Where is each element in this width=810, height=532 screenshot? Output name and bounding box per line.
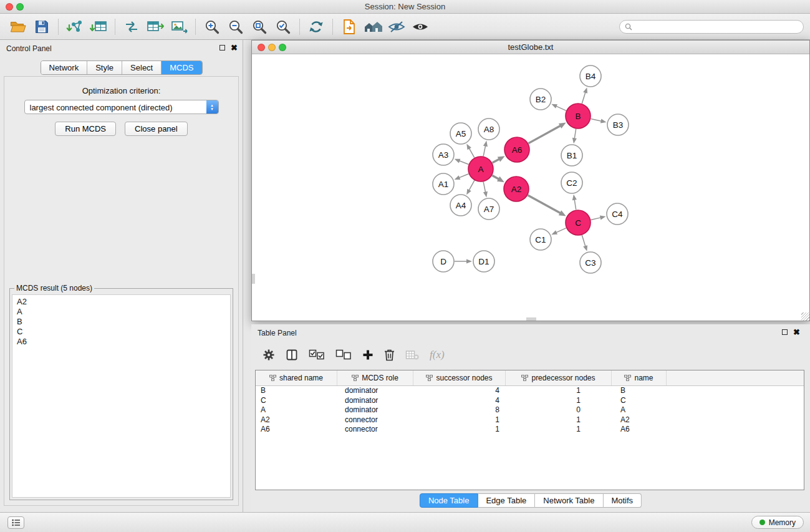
edge-A-A8[interactable] [483,145,486,156]
show-graphics-details-button[interactable] [408,16,432,37]
deselect-all-button[interactable] [335,349,352,360]
edge-A-A4[interactable] [469,180,475,191]
graph-node-A1[interactable]: A1 [433,173,454,195]
column-header-successor-nodes[interactable]: successor nodes [413,370,506,385]
select-all-button[interactable] [309,349,325,360]
column-header-name[interactable]: name [612,370,667,385]
edge-A-A3[interactable] [458,160,468,164]
graph-node-C3[interactable]: C3 [580,252,601,273]
resize-grip[interactable] [801,312,809,321]
close-panel-icon[interactable]: ✖ [231,44,238,51]
refresh-layout-button[interactable] [304,16,328,37]
export-network-button[interactable] [120,16,143,37]
close-panel-button[interactable]: Close panel [125,122,188,136]
result-item[interactable]: B [17,317,226,327]
column-header-predecessor-nodes[interactable]: predecessor nodes [506,370,612,385]
table-row[interactable]: A6connector11A6 [256,425,804,435]
run-mcds-button[interactable]: Run MCDS [55,122,116,136]
result-item[interactable]: A2 [17,297,226,307]
graph-node-B1[interactable]: B1 [561,145,582,166]
graph-node-B3[interactable]: B3 [607,114,629,135]
open-session-button[interactable] [6,16,30,37]
criterion-dropdown[interactable]: largest connected component (directed) ▲… [24,100,219,114]
zoom-in-button[interactable] [200,16,224,37]
tab-motifs[interactable]: Motifs [603,493,642,508]
edge-C-C1[interactable] [556,228,566,233]
result-item[interactable]: A6 [17,337,226,347]
network-graph[interactable]: B4B2BB3A5A8A6A3B1AC2A1A2A4A7C4CC1DD1C3 [252,54,809,321]
float-table-panel-icon[interactable] [782,329,788,335]
result-item[interactable]: C [17,327,226,337]
save-session-button[interactable] [30,16,54,37]
add-column-button[interactable] [362,349,374,360]
tab-network[interactable]: Network [41,61,87,74]
zoom-out-button[interactable] [224,16,248,37]
close-window-button[interactable] [6,3,13,11]
float-panel-icon[interactable] [219,45,225,51]
network-close-button[interactable] [258,44,265,51]
import-file-button[interactable] [337,16,361,37]
graph-node-A7[interactable]: A7 [478,198,499,220]
tab-mcds[interactable]: MCDS [162,61,201,74]
column-layout-button[interactable] [286,349,298,361]
function-builder-button[interactable]: f(x) [430,349,445,361]
close-table-panel-icon[interactable]: ✖ [793,329,800,336]
import-table-button[interactable] [87,16,110,37]
graph-node-A6[interactable]: A6 [504,137,529,162]
edge-A2-C[interactable] [528,195,561,213]
graph-node-D[interactable]: D [433,251,454,272]
table-row[interactable]: Bdominator41B [256,386,804,396]
edge-A-A6[interactable] [493,159,500,163]
edge-A6-B[interactable] [528,125,561,143]
export-image-button[interactable] [167,16,191,37]
export-table-button[interactable] [143,16,167,37]
edge-B-B1[interactable] [574,129,576,140]
status-list-button[interactable] [7,516,24,529]
edge-B-B2[interactable] [556,106,566,111]
network-minimize-button[interactable] [268,44,276,51]
hide-graphics-details-button[interactable] [385,16,408,37]
graph-node-A2[interactable]: A2 [504,177,529,201]
tab-style[interactable]: Style [87,61,122,74]
graph-node-B4[interactable]: B4 [580,65,601,87]
graph-node-C4[interactable]: C4 [607,203,628,225]
edge-A-A2[interactable] [492,175,499,180]
graph-node-A3[interactable]: A3 [433,144,454,165]
graph-node-C2[interactable]: C2 [561,172,582,193]
graph-node-C[interactable]: C [566,210,591,235]
tab-edge-table[interactable]: Edge Table [478,493,535,508]
graph-node-A4[interactable]: A4 [450,195,471,216]
edge-A-A7[interactable] [483,182,486,193]
zoom-selected-button[interactable] [271,16,295,37]
graph-node-B2[interactable]: B2 [530,89,551,110]
edge-A-A1[interactable] [458,174,468,178]
network-overview-button[interactable] [361,16,385,37]
search-field[interactable] [619,20,804,34]
graph-node-A[interactable]: A [468,157,493,181]
graph-node-A5[interactable]: A5 [450,123,471,144]
vertical-scroll-hint[interactable] [252,274,255,284]
graph-node-C1[interactable]: C1 [530,229,551,250]
table-settings-button[interactable] [263,349,275,361]
table-row[interactable]: Cdominator41C [256,396,804,406]
delete-table-button[interactable] [405,349,419,360]
network-canvas[interactable]: B4B2BB3A5A8A6A3B1AC2A1A2A4A7C4CC1DD1C3 [252,54,809,321]
table-row[interactable]: A2connector11A2 [256,415,804,425]
table-row[interactable]: Adominator80A [256,405,804,415]
horizontal-scroll-hint[interactable] [526,317,536,321]
edge-C-C2[interactable] [574,199,576,210]
search-input[interactable] [635,22,803,31]
result-item[interactable]: A [17,307,226,317]
edge-B-B3[interactable] [591,118,602,121]
zoom-fit-button[interactable] [248,16,271,37]
edge-C-C3[interactable] [582,235,586,247]
tab-network-table[interactable]: Network Table [535,493,603,508]
network-zoom-button[interactable] [279,44,286,51]
tab-select[interactable]: Select [122,61,162,74]
graph-node-A8[interactable]: A8 [478,118,499,140]
column-header-shared-name[interactable]: shared name [256,370,337,385]
graph-node-B[interactable]: B [566,104,591,128]
edge-B-B4[interactable] [582,92,586,104]
edge-C-C4[interactable] [591,218,601,220]
zoom-window-button[interactable] [16,3,24,11]
